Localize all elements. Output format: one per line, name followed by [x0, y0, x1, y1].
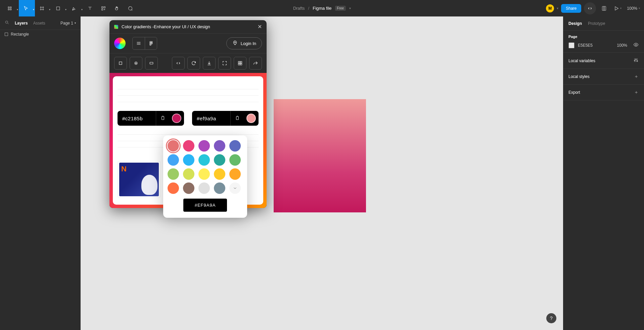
- page-opacity-value[interactable]: 100%: [617, 43, 627, 48]
- svg-rect-2: [8, 9, 9, 10]
- present-button[interactable]: ▾: [612, 3, 623, 14]
- color-swatch[interactable]: [229, 168, 241, 180]
- comment-tool[interactable]: [124, 0, 137, 16]
- svg-point-16: [151, 43, 152, 44]
- close-plugin-button[interactable]: ✕: [258, 24, 262, 30]
- color-swatch[interactable]: [229, 140, 241, 152]
- color-swatch[interactable]: [198, 140, 210, 152]
- copy-hex-1-button[interactable]: [156, 111, 169, 126]
- color-swatch[interactable]: [168, 154, 179, 166]
- page-section-title: Page: [568, 35, 639, 39]
- color-swatch[interactable]: [168, 182, 179, 194]
- refresh-button[interactable]: [187, 57, 200, 70]
- copy-hex-2-button[interactable]: [230, 111, 244, 126]
- help-button[interactable]: ?: [546, 313, 556, 323]
- shape-tool[interactable]: ▾: [51, 0, 67, 16]
- hex-chip-1: #c2185b: [118, 111, 184, 126]
- color-swatch[interactable]: [214, 182, 225, 194]
- tab-layers[interactable]: Layers: [15, 21, 28, 26]
- download-button[interactable]: [203, 57, 216, 70]
- page-picker[interactable]: Page 1 ▾: [60, 21, 76, 26]
- chevron-down-icon: ▾: [17, 8, 18, 11]
- pen-tool[interactable]: ▾: [67, 0, 83, 16]
- svg-point-14: [151, 41, 152, 43]
- color-swatch[interactable]: [214, 140, 225, 152]
- search-icon[interactable]: [5, 20, 9, 26]
- svg-rect-1: [10, 7, 11, 8]
- chevron-down-icon: ▾: [639, 7, 640, 10]
- color-swatch[interactable]: [168, 168, 179, 180]
- chevron-down-icon[interactable]: ▾: [349, 6, 351, 10]
- menu-toggle-button[interactable]: [133, 37, 145, 49]
- frame-tool[interactable]: ▾: [35, 0, 51, 16]
- tab-design[interactable]: Design: [568, 21, 582, 26]
- color-dot-2[interactable]: [246, 114, 256, 123]
- layer-row[interactable]: Rectangle: [0, 30, 81, 39]
- avatar[interactable]: M: [546, 4, 554, 12]
- breadcrumb-parent[interactable]: Drafts: [293, 6, 305, 11]
- chevron-down-icon: ▾: [33, 8, 34, 11]
- svg-point-10: [634, 60, 635, 61]
- shape-button-button[interactable]: [145, 57, 158, 70]
- shape-square-button[interactable]: [114, 57, 127, 70]
- grid-button[interactable]: [234, 57, 246, 70]
- preview-illustration: [141, 175, 157, 195]
- move-tool[interactable]: ▾: [19, 0, 35, 16]
- visibility-toggle[interactable]: [633, 42, 639, 48]
- chevron-down-icon: ▾: [65, 8, 66, 11]
- add-style-button[interactable]: ＋: [634, 74, 639, 80]
- color-swatch[interactable]: [229, 154, 241, 166]
- color-swatch[interactable]: [183, 140, 194, 152]
- color-swatch[interactable]: [183, 154, 194, 166]
- hex-value-1[interactable]: #c2185b: [118, 116, 156, 121]
- page-color-value[interactable]: E5E5E5: [578, 43, 593, 48]
- library-button[interactable]: [599, 3, 609, 14]
- settings-icon[interactable]: [633, 57, 639, 64]
- share-button[interactable]: Share: [561, 4, 581, 13]
- fullscreen-button[interactable]: [218, 57, 231, 70]
- zoom-picker[interactable]: 100% ▾: [626, 6, 641, 11]
- plugin-logo-icon: [114, 25, 118, 29]
- color-swatch[interactable]: [168, 140, 179, 152]
- figma-mode-button[interactable]: [145, 37, 157, 49]
- main-menu-button[interactable]: ▾: [3, 0, 19, 16]
- breadcrumb-file[interactable]: Figma file: [313, 6, 331, 11]
- add-export-button[interactable]: ＋: [634, 89, 639, 95]
- dev-mode-button[interactable]: [584, 2, 596, 14]
- share-arrow-button[interactable]: [249, 57, 262, 70]
- tab-prototype[interactable]: Prototype: [588, 21, 605, 26]
- code-button[interactable]: [172, 57, 185, 70]
- chevron-down-icon: ▾: [49, 8, 50, 11]
- color-wheel-icon[interactable]: [114, 38, 126, 49]
- hex-chip-2: #ef9a9a: [192, 111, 259, 126]
- preview-thumbnail[interactable]: N: [118, 161, 160, 198]
- svg-rect-0: [8, 7, 9, 8]
- color-swatch[interactable]: [198, 154, 210, 166]
- plugin-window: Color gradients -Enhance your UI / UX de…: [109, 20, 267, 208]
- color-swatch[interactable]: [198, 182, 210, 194]
- chevron-down-icon[interactable]: ▾: [557, 6, 558, 10]
- tab-assets[interactable]: Assets: [33, 21, 45, 26]
- chevron-down-icon: ▾: [75, 22, 76, 25]
- color-swatch[interactable]: [214, 168, 225, 180]
- hex-value-2[interactable]: #ef9a9a: [192, 116, 230, 121]
- resources-tool[interactable]: [97, 0, 110, 16]
- text-tool[interactable]: [83, 0, 97, 16]
- color-swatch[interactable]: [183, 168, 194, 180]
- login-button[interactable]: Login In: [226, 37, 262, 49]
- color-swatch[interactable]: [198, 168, 210, 180]
- more-colors-button[interactable]: [229, 182, 241, 194]
- color-dot-1[interactable]: [172, 114, 181, 123]
- svg-rect-4: [56, 7, 59, 10]
- shape-circle-button[interactable]: [130, 57, 142, 70]
- local-styles-label: Local styles: [568, 74, 590, 79]
- svg-rect-3: [10, 9, 11, 10]
- color-swatch[interactable]: [214, 154, 225, 166]
- canvas-rectangle[interactable]: [274, 99, 366, 212]
- canvas[interactable]: Color gradients -Enhance your UI / UX de…: [81, 16, 563, 330]
- svg-rect-5: [102, 6, 103, 8]
- color-swatch[interactable]: [183, 182, 194, 194]
- page-color-swatch[interactable]: [568, 42, 574, 48]
- plan-badge: Free: [335, 6, 346, 11]
- hand-tool[interactable]: [110, 0, 124, 16]
